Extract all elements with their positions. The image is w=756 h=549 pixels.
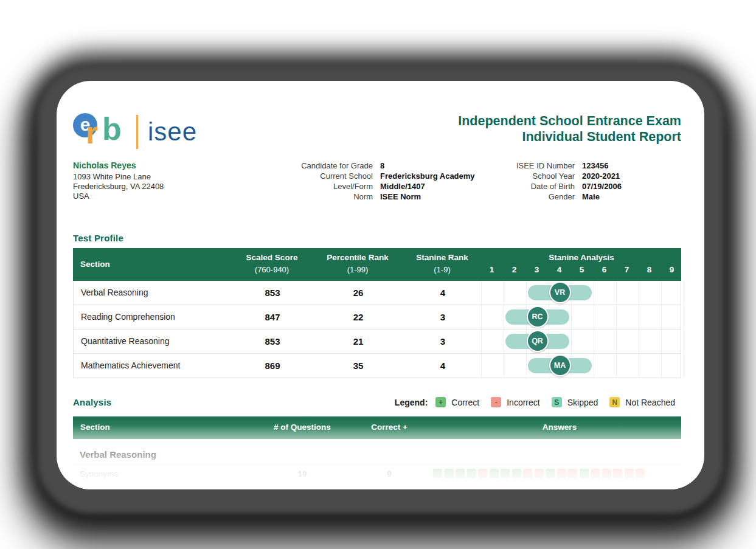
erb-letter-r: r xyxy=(86,114,98,151)
info-label: School Year xyxy=(496,171,575,181)
stanine-grid-line xyxy=(684,281,684,305)
stanine-grid-line xyxy=(684,330,684,353)
test-profile-row: Verbal Reasoning853264VR xyxy=(74,281,681,305)
stanine-grid-line xyxy=(639,330,639,353)
student-address-block: Nicholas Reyes 1093 White Pine LaneFrede… xyxy=(73,161,164,201)
stanine-grid-line xyxy=(616,305,617,329)
stanine-grid-line xyxy=(571,330,572,353)
test-profile-row: Mathematics Achievement869354MA xyxy=(74,354,681,378)
info-value: 8 xyxy=(380,161,384,171)
test-profile-row: Quantitative Reasoning853213QR xyxy=(74,330,681,354)
info-value: 123456 xyxy=(582,161,608,171)
legend-item-label: Incorrect xyxy=(507,398,539,407)
answer-mark-icon xyxy=(535,469,544,478)
faded-row-section: Synonyms xyxy=(80,469,118,478)
analysis-table-header: Section # of Questions Correct + Answers xyxy=(73,416,681,439)
info-label: Level/Form xyxy=(276,181,373,192)
stanine-grid-line xyxy=(616,330,617,353)
answer-marks-strip xyxy=(433,469,645,478)
analysis-table: Section # of Questions Correct + Answers xyxy=(73,416,681,439)
row-stanine: 3 xyxy=(406,336,479,347)
info-value: Male xyxy=(582,192,600,202)
analysis-subsection-verbal-reasoning: Verbal Reasoning xyxy=(80,449,156,460)
stanine-grid-line xyxy=(504,281,504,305)
answer-mark-icon xyxy=(591,469,600,478)
stanine-grid-line xyxy=(481,354,482,378)
student-name: Nicholas Reyes xyxy=(73,161,164,170)
report-title-line1: Independent School Entrance Exam xyxy=(458,113,681,129)
stanine-grid-line xyxy=(481,281,482,305)
stanine-number: 2 xyxy=(503,265,525,274)
answer-mark-icon xyxy=(580,469,589,478)
answer-mark-icon xyxy=(445,469,454,478)
col-stanine-rank: Stanine Rank xyxy=(406,253,479,262)
row-stanine: 4 xyxy=(406,361,479,371)
answer-mark-icon xyxy=(501,469,510,478)
row-percentile: 26 xyxy=(313,288,404,298)
stanine-number: 6 xyxy=(593,265,616,274)
stanine-number: 3 xyxy=(525,265,548,274)
row-scaled-score: 853 xyxy=(224,288,321,298)
answers-legend: Legend: +Correct-IncorrectSSkippedNNot R… xyxy=(395,397,681,407)
answer-mark-icon xyxy=(568,469,577,478)
answer-mark-icon xyxy=(613,469,622,478)
student-address-line: USA xyxy=(73,192,164,201)
stanine-grid-line xyxy=(661,305,662,329)
stanine-grid-line xyxy=(594,354,594,378)
faded-row-correct: 9 xyxy=(347,469,432,478)
stanine-grid-line xyxy=(481,330,482,353)
stanine-grid-line xyxy=(504,354,504,378)
isee-logo-text: isee xyxy=(148,115,197,149)
report-card: e r b isee Independent School Entrance E… xyxy=(57,81,704,489)
legend-label: Legend: xyxy=(395,398,428,407)
analysis-heading: Analysis xyxy=(73,397,111,407)
info-label: Gender xyxy=(496,192,575,202)
erb-logo-icon: e r b xyxy=(73,113,131,151)
info-value: ISEE Norm xyxy=(380,192,421,202)
col-analysis-section: Section xyxy=(80,423,110,432)
stanine-grid-line xyxy=(504,305,504,329)
info-label: Candidate for Grade xyxy=(276,161,373,171)
row-percentile: 21 xyxy=(313,336,404,347)
legend-item-label: Skipped xyxy=(567,398,598,407)
analysis-faded-row: Synonyms 19 9 xyxy=(73,464,681,483)
test-profile-rows: Verbal Reasoning853264VRReading Comprehe… xyxy=(73,281,681,378)
stanine-grid-line xyxy=(481,305,482,329)
col-num-questions: # of Questions xyxy=(254,423,351,432)
col-stanine-analysis: Stanine Analysis xyxy=(490,253,673,262)
legend-skipped-icon: S xyxy=(552,397,562,407)
col-scaled-score: Scaled Score xyxy=(223,253,321,262)
info-row: Candidate for Grade8 xyxy=(276,161,475,171)
stanine-grid-line xyxy=(504,330,504,353)
legend-item-label: Not Reached xyxy=(625,398,675,407)
answer-mark-icon xyxy=(478,469,487,478)
col-section: Section xyxy=(80,260,110,269)
answer-mark-icon xyxy=(557,469,566,478)
stanine-grid-line xyxy=(661,330,662,353)
col-scaled-score-range: (760-940) xyxy=(223,265,321,274)
info-row: Level/FormMiddle/1407 xyxy=(276,181,475,192)
row-stanine: 4 xyxy=(406,288,479,298)
info-value: Middle/1407 xyxy=(380,181,425,192)
test-profile-row: Reading Comprehension847223RC xyxy=(74,305,681,330)
stanine-grid-line xyxy=(639,281,639,305)
student-address-lines: 1093 White Pine LaneFredericksburg, VA 2… xyxy=(73,172,164,201)
row-scaled-score: 853 xyxy=(224,336,321,347)
stanine-grid-line xyxy=(616,354,617,378)
erb-letter-b: b xyxy=(102,109,122,148)
test-profile-table-header: Section Scaled Score (760-940) Percentil… xyxy=(73,248,681,281)
stanine-marker-rc: RC xyxy=(527,306,549,328)
stanine-grid-line xyxy=(639,354,639,378)
stanine-marker-ma: MA xyxy=(549,354,571,376)
row-scaled-score: 847 xyxy=(224,312,321,322)
answer-mark-icon xyxy=(546,469,555,478)
stanine-grid-line xyxy=(639,305,639,329)
col-percentile-range: (1-99) xyxy=(312,265,403,274)
faded-row-num-questions: 19 xyxy=(254,469,351,478)
info-row: ISEE ID Number123456 xyxy=(496,161,622,171)
answer-mark-icon xyxy=(523,469,532,478)
info-row: School Year2020-2021 xyxy=(496,171,622,181)
row-stanine: 3 xyxy=(406,312,479,322)
info-label: Date of Birth xyxy=(496,181,575,192)
student-address-line: 1093 White Pine Lane xyxy=(73,172,164,182)
